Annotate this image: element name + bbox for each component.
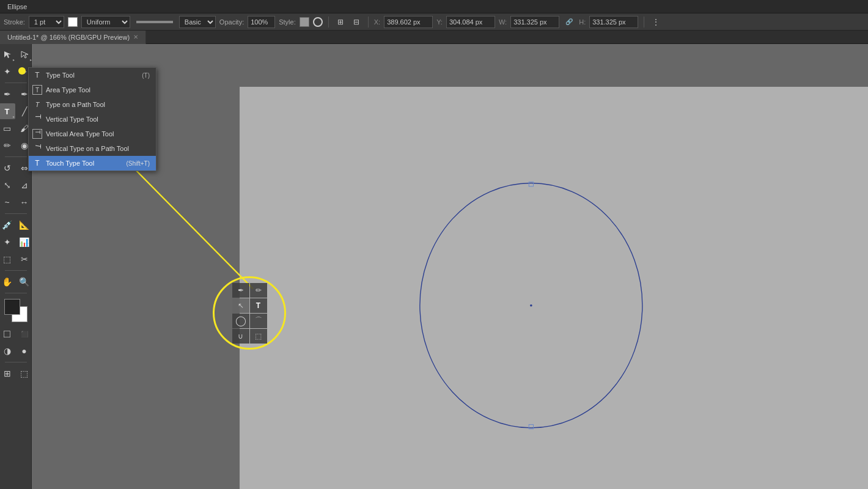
opacity-label: Opacity: [219, 18, 244, 26]
scale-group: ⤡ ⊿ [0, 177, 32, 193]
style-swatch[interactable] [300, 17, 309, 27]
h-input[interactable] [589, 16, 638, 28]
type-tool-context-menu: T Type Tool (T) T Area Type Tool T Type … [28, 67, 156, 171]
zoom-tool-btn[interactable]: 🔍 [17, 274, 32, 290]
touch-type-label: Touch Type Tool [46, 160, 94, 167]
tab-label: Untitled-1* @ 166% (RGB/GPU Preview) [7, 31, 130, 44]
selection-tool-btn[interactable]: ▸ [0, 46, 15, 62]
touch-type-shortcut: (Shift+T) [126, 160, 150, 167]
vertical-type-label: Vertical Type Tool [46, 116, 98, 123]
vertical-area-type-menu-item[interactable]: T Vertical Area Type Tool [29, 127, 156, 141]
vertical-area-type-label: Vertical Area Type Tool [46, 130, 114, 138]
w-input[interactable] [510, 16, 559, 28]
y-input[interactable] [446, 16, 495, 28]
lock-proportions-btn[interactable]: 🔗 [563, 16, 575, 28]
stroke-weight-select[interactable]: 1 pt 0.5 pt 2 pt [29, 16, 64, 28]
warp-tool-btn[interactable]: ~ [0, 194, 15, 210]
stroke-dash-preview [136, 21, 173, 23]
measure-btn[interactable]: 📐 [17, 217, 32, 233]
align-grid-btn[interactable]: ⊞ [334, 16, 347, 28]
more-options-btn[interactable]: ⋮ [650, 16, 662, 28]
x-label: X: [374, 18, 380, 26]
magic-lasso-group: ✦ ⌖ [0, 64, 32, 79]
symbol-sprayer-btn[interactable]: ✦ [0, 234, 15, 250]
foreground-color-box[interactable] [4, 299, 20, 315]
circle-shape-icon [313, 17, 323, 27]
type-tool-icon: T [32, 70, 42, 80]
divider-tools-3 [5, 213, 27, 214]
screen-mode-1-btn[interactable]: ◑ [0, 343, 15, 359]
artboard-group: ⬚ ✂ [0, 251, 32, 267]
top-menubar: Ellipse [0, 0, 868, 13]
transform-btn[interactable]: ⊟ [350, 16, 362, 28]
mode-group: □ ⬛ [0, 326, 32, 342]
shear-tool-btn[interactable]: ⊿ [17, 177, 32, 193]
w-label: W: [499, 18, 507, 26]
artboards-btn[interactable]: ⬚ [17, 366, 32, 381]
app-name-label[interactable]: Ellipse [5, 3, 29, 10]
screen-mode-group: ◑ ● [0, 343, 32, 359]
x-input[interactable] [384, 16, 433, 28]
type-tool-menu-item[interactable]: T Type Tool (T) [29, 68, 156, 83]
yellow-dot-indicator [18, 67, 26, 75]
options-bar: Stroke: 1 pt 0.5 pt 2 pt Uniform Basic O… [0, 13, 868, 31]
layers-group: ⊞ ⬚ [0, 366, 32, 381]
column-graph-btn[interactable]: 📊 [17, 234, 32, 250]
rotate-group: ↺ ⇔ [0, 160, 32, 176]
color-boxes [4, 299, 28, 322]
rotate-tool-btn[interactable]: ↺ [0, 160, 15, 176]
toolbox: ▸ ▸ ✦ ⌖ ✒ ✒ T ▸ ╱ ▭ 🖌 ✏ [0, 44, 32, 489]
area-type-icon: T [32, 85, 42, 95]
divider-tools-5 [5, 293, 27, 293]
stroke-type-select[interactable]: Uniform [81, 16, 130, 28]
divider-2 [368, 17, 369, 28]
type-tool-label: Type Tool [46, 72, 75, 79]
scale-tool-btn[interactable]: ⤡ [0, 177, 15, 193]
type-tool-btn[interactable]: T ▸ [0, 103, 15, 119]
divider-3 [644, 17, 644, 28]
selection-tool-arrow: ▸ [13, 57, 15, 62]
handmag-group: ✋ 🔍 [0, 274, 32, 290]
eyedropper-btn[interactable]: 💉 [0, 217, 15, 233]
type-path-tool-menu-item[interactable]: T Type on a Path Tool [29, 97, 156, 112]
pencil-tool-btn[interactable]: ✏ [0, 138, 15, 153]
divider-1 [328, 17, 329, 28]
vertical-type-path-menu-item[interactable]: T Vertical Type on a Path Tool [29, 141, 156, 156]
divider-tools-6 [5, 362, 27, 362]
touch-type-tool-menu-item[interactable]: T Touch Type Tool (Shift+T) [29, 156, 156, 171]
vertical-type-path-label: Vertical Type on a Path Tool [46, 145, 129, 152]
artboard-tool-btn[interactable]: ⬚ [0, 251, 15, 267]
normal-mode-btn[interactable]: □ [0, 326, 15, 342]
type-tool-shortcut: (T) [142, 72, 150, 79]
mask-mode-btn[interactable]: ⬛ [17, 326, 32, 342]
pencil-blob-group: ✏ ◉ [0, 138, 32, 153]
canvas-area[interactable]: ✒ ✏ ↖ T ◯ ⌒ ∪ ⬚ [32, 44, 868, 489]
blend-group: ✦ 📊 [0, 234, 32, 250]
slice-tool-btn[interactable]: ✂ [17, 251, 32, 267]
profile-select[interactable]: Basic [179, 16, 216, 28]
divider-tools-4 [5, 270, 27, 271]
vertical-type-menu-item[interactable]: T Vertical Type Tool [29, 112, 156, 127]
tab-close-btn[interactable]: ✕ [133, 31, 138, 44]
main-layout: ▸ ▸ ✦ ⌖ ✒ ✒ T ▸ ╱ ▭ 🖌 ✏ [0, 44, 868, 489]
selection-tool-group: ▸ ▸ [0, 46, 32, 62]
area-type-tool-menu-item[interactable]: T Area Type Tool [29, 83, 156, 97]
pen-tool-btn[interactable]: ✒ [0, 86, 15, 102]
hand-tool-btn[interactable]: ✋ [0, 274, 15, 290]
layers-btn[interactable]: ⊞ [0, 366, 15, 381]
y-label: Y: [436, 18, 443, 26]
area-type-label: Area Type Tool [46, 86, 90, 94]
document-tab[interactable]: Untitled-1* @ 166% (RGB/GPU Preview) ✕ [0, 31, 146, 44]
vertical-type-path-icon: T [32, 144, 42, 153]
direct-selection-tool-btn[interactable]: ▸ [17, 46, 32, 62]
magic-wand-btn[interactable]: ✦ [0, 64, 15, 79]
width-tool-btn[interactable]: ↔ [17, 194, 32, 210]
rectangle-tool-btn[interactable]: ▭ [0, 120, 15, 136]
type-path-label: Type on a Path Tool [46, 101, 105, 108]
stroke-color-swatch[interactable] [68, 17, 78, 27]
type-tools-group: T ▸ ╱ [0, 103, 32, 119]
document-canvas [240, 87, 868, 489]
screen-mode-2-btn[interactable]: ● [17, 343, 32, 359]
opacity-input[interactable] [248, 16, 275, 28]
stroke-label: Stroke: [4, 18, 25, 26]
